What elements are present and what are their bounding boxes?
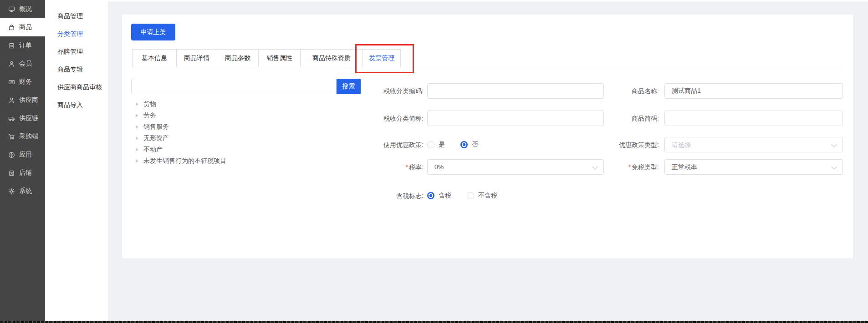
sidebar-item-shop[interactable]: 店铺: [0, 164, 45, 182]
submenu-item-category-management[interactable]: 分类管理: [45, 25, 108, 43]
submenu-item-supplier-goods-audit[interactable]: 供应商商品审核: [45, 78, 108, 96]
tab-bar: 基本信息 商品详情 商品参数 销售属性 商品特殊资质 发票管理: [132, 49, 843, 67]
sidebar-item-supply-chain[interactable]: 供应链: [0, 109, 45, 127]
sidebar-item-system[interactable]: 系统: [0, 182, 45, 200]
product-short-code-label: 商品简码:: [554, 111, 659, 126]
sidebar-item-label: 系统: [19, 187, 32, 195]
tabbar-filler: [401, 49, 843, 67]
tax-rate-label: *税率:: [319, 159, 424, 175]
top-white-strip: [108, 0, 868, 1]
tab-sales-attributes[interactable]: 销售属性: [259, 49, 301, 67]
sidebar-item-label: 概况: [19, 5, 32, 13]
radio-icon: [427, 141, 434, 148]
radio-tax-included[interactable]: 含税: [427, 192, 451, 200]
sidebar-item-goods[interactable]: 商品: [0, 18, 45, 36]
tab-special-qualifications[interactable]: 商品特殊资质: [301, 49, 363, 67]
sidebar-item-procurement[interactable]: 采购端: [0, 127, 45, 146]
select-value: 0%: [434, 163, 444, 171]
monitor-icon: [8, 5, 15, 13]
order-icon: [8, 42, 15, 49]
tree-node-label: 不动产: [143, 146, 163, 154]
submenu-item-goods-album[interactable]: 商品专辑: [45, 61, 108, 78]
search-input[interactable]: [131, 79, 337, 94]
sidebar-item-suppliers[interactable]: 供应商: [0, 91, 45, 109]
tree-node-label: 销售服务: [143, 123, 169, 131]
caret-right-icon: [136, 114, 138, 117]
caret-right-icon: [136, 136, 138, 140]
tab-basic-info[interactable]: 基本信息: [132, 49, 177, 67]
radio-label: 是: [439, 141, 445, 149]
tree-node-real-estate[interactable]: 不动产: [136, 144, 327, 155]
radio-icon: [467, 192, 474, 199]
sidebar-item-label: 店铺: [19, 169, 32, 177]
radio-tax-excluded[interactable]: 不含税: [467, 192, 497, 200]
sidebar-item-label: 会员: [19, 60, 32, 68]
radio-label: 否: [472, 141, 478, 149]
tree-node-non-taxable-items[interactable]: 未发生销售行为的不征税项目: [136, 155, 327, 167]
taskbar-sliver: [0, 321, 868, 323]
sidebar-item-label: 应用: [19, 151, 32, 159]
tab-goods-detail[interactable]: 商品详情: [177, 49, 217, 67]
sidebar-item-finance[interactable]: 财务: [0, 73, 45, 91]
radio-yes[interactable]: 是: [427, 141, 445, 149]
sidebar-item-orders[interactable]: 订单: [0, 36, 45, 55]
tax-short-name-label: 税收分类简称:: [319, 111, 424, 126]
tax-included-flag-label: 含税标志:: [319, 188, 424, 203]
tab-goods-params[interactable]: 商品参数: [217, 49, 259, 67]
tab-invoice-management[interactable]: 发票管理: [363, 49, 401, 67]
select-placeholder: 请选择: [672, 141, 691, 148]
finance-icon: [8, 78, 15, 86]
radio-no[interactable]: 否: [460, 141, 478, 149]
policy-type-select[interactable]: 请选择: [664, 137, 843, 152]
tree-node-sales-services[interactable]: 销售服务: [136, 121, 327, 132]
sidebar-item-apps[interactable]: 应用: [0, 146, 45, 164]
caret-right-icon: [136, 102, 138, 106]
radio-label: 含税: [439, 192, 451, 200]
sidebar-item-overview[interactable]: 概况: [0, 0, 45, 18]
goods-icon: [8, 24, 15, 31]
sidebar-item-label: 供应链: [19, 114, 38, 122]
apps-icon: [8, 151, 15, 158]
submenu-item-brand-management[interactable]: 品牌管理: [45, 43, 108, 61]
product-name-input[interactable]: [664, 83, 843, 99]
radio-label: 不含税: [478, 192, 497, 200]
supplier-icon: [8, 96, 15, 104]
use-preferential-policy-radios: 是 否: [427, 137, 494, 152]
caret-right-icon: [136, 125, 138, 129]
use-preferential-policy-label: 使用优惠政策:: [319, 137, 424, 152]
select-value: 正常税率: [672, 163, 697, 171]
policy-type-label: 优惠政策类型:: [554, 137, 659, 152]
shop-icon: [8, 169, 15, 177]
caret-right-icon: [136, 159, 138, 163]
sidebar-item-members[interactable]: 会员: [0, 55, 45, 73]
tree-node-goods[interactable]: 货物: [136, 98, 327, 110]
tree-node-label: 未发生销售行为的不征税项目: [143, 157, 226, 165]
tree-node-intangible-assets[interactable]: 无形资产: [136, 132, 327, 144]
sidebar-item-label: 订单: [19, 41, 32, 50]
caret-right-icon: [136, 148, 138, 151]
tree-node-label: 劳务: [143, 111, 156, 120]
sidebar-item-label: 采购端: [19, 132, 38, 141]
tree-node-labor[interactable]: 劳务: [136, 110, 327, 121]
product-name-label: 商品名称:: [554, 83, 659, 99]
system-icon: [8, 187, 15, 195]
radio-icon: [427, 192, 434, 199]
chevron-down-icon: [831, 164, 837, 170]
submenu-item-goods-import[interactable]: 商品导入: [45, 96, 108, 114]
submenu-item-goods-management[interactable]: 商品管理: [45, 7, 108, 25]
tax-free-type-select[interactable]: 正常税率: [664, 159, 843, 175]
tax-free-type-label: *免税类型:: [554, 159, 659, 175]
member-icon: [8, 60, 15, 67]
apply-listing-button[interactable]: 申请上架: [131, 24, 175, 40]
tax-code-label: 税收分类编码:: [319, 83, 424, 99]
content-card: 申请上架 基本信息 商品详情 商品参数 销售属性 商品特殊资质 发票管理 搜索 …: [122, 15, 853, 258]
sidebar-item-label: 商品: [19, 23, 32, 31]
procurement-icon: [8, 133, 15, 140]
primary-sidebar: 概况 商品 订单 会员 财务 供应商 供应链 采购端 应用 店铺 系统: [0, 0, 45, 321]
tax-included-flag-radios: 含税 不含税: [427, 188, 513, 203]
chevron-down-icon: [831, 141, 837, 147]
tree-node-label: 货物: [143, 100, 156, 108]
product-short-code-input[interactable]: [664, 111, 843, 126]
radio-icon: [460, 141, 468, 148]
tax-category-tree: 货物 劳务 销售服务 无形资产 不动产 未发生销售行为的不征税项目: [136, 98, 327, 167]
